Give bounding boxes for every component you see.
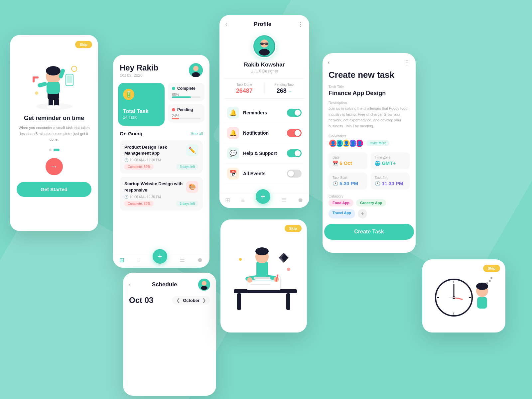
svg-point-60 [489,280,491,282]
svg-rect-23 [260,43,264,45]
pending-card[interactable]: Pending 24% [168,104,204,123]
ongoing-title: On Going [120,131,142,136]
profile-nav-list[interactable]: ≡ [241,197,245,204]
dashboard-bottom-nav: ⊞ ≡ + ☰ ⏺ [113,253,209,268]
profile-avatar-svg [254,36,274,56]
total-task-count: 24 Task [123,115,160,120]
date-time-grid: Date 📅 6 Oct Time Zone 🌐 GMT+ Task Start… [329,152,410,190]
category-grocery-app[interactable]: Grocery App [356,199,386,206]
timezone-box[interactable]: Time Zone 🌐 GMT+ [371,152,410,169]
help-icon: 💬 [227,147,239,159]
create-task-button[interactable]: Create Task [324,224,414,240]
date-box-value: 📅 6 Oct [332,160,363,166]
task-item-0-badges: Complete: 80% 3 days left [124,164,198,170]
settings-events: 📅 All Events [224,164,304,184]
profile-role: UI/UX Designer [250,69,278,73]
clock-skip-button[interactable]: Skip [483,265,500,272]
date-box[interactable]: Date 📅 6 Oct [329,152,367,169]
schedule-date-row: Oct 03 ❮ October ❯ [123,294,216,308]
clock-figure-svg [431,269,497,323]
task-0-complete-badge: Complete: 80% [124,164,154,170]
date-box-label: Date [332,156,363,159]
profile-header: ‹ Profile ⋮ [219,15,309,31]
task-done-value: 26487 [224,87,264,94]
help-toggle-knob [295,150,301,156]
schedule-avatar-svg [198,279,210,291]
task-start-box[interactable]: Task Start 🕐 5.30 PM [329,173,367,190]
complete-card-top: Complete [172,86,200,91]
user-avatar[interactable] [189,63,203,77]
task-0-days-badge: 3 days left [176,164,198,170]
task-1-days-badge: 2 days left [176,201,198,206]
category-label: Catagory [329,194,410,198]
svg-point-40 [247,277,252,283]
profile-card: ‹ Profile ⋮ Rakib Kowshar UI/UX Designer… [219,15,309,208]
nav-calendar-icon[interactable]: ☰ [180,256,185,264]
profile-nav-dot[interactable]: ⏺ [298,197,304,204]
description-text: Join us in solving the challenges that F… [329,106,410,129]
svg-point-46 [239,258,242,261]
invite-more-button[interactable]: Invite More [366,140,389,146]
fab-add-button[interactable]: + [153,249,167,264]
svg-rect-24 [265,43,268,45]
schedule-back-button[interactable]: ‹ [129,282,131,288]
task-item-1[interactable]: Startup Website Design with responsive 🎨… [120,177,203,210]
next-month-button[interactable]: ❯ [202,298,206,303]
complete-card[interactable]: Complete 66% [168,83,204,101]
svg-rect-43 [254,277,270,279]
onboard-text-section: Get reminder on time When you encounter … [10,111,98,143]
ongoing-section: On Going See all Product Design Task Man… [113,126,209,210]
illus-skip-button[interactable]: Skip [285,225,302,232]
avatar-svg [189,63,203,77]
see-all-link[interactable]: See all [191,131,203,136]
category-food-app[interactable]: Food App [329,199,353,206]
profile-more-button[interactable]: ⋮ [298,21,303,28]
profile-avatar-section: Rakib Kowshar UI/UX Designer [219,31,309,78]
events-toggle[interactable] [287,170,302,178]
pending-pct: 24% [172,114,200,118]
schedule-card: ‹ Schedule Oct 03 ❮ October ❯ [123,273,216,396]
reminders-toggle[interactable] [287,109,302,117]
profile-fab-button[interactable]: + [256,189,270,204]
greeting-text: Hey Rakib [120,63,158,72]
dot-2-active [54,149,60,151]
get-started-button[interactable]: Get Started [17,182,91,197]
settings-help: 💬 Help & Support [224,143,304,164]
category-add-button[interactable]: + [358,209,367,218]
svg-point-16 [35,91,38,95]
svg-point-37 [255,247,269,255]
ongoing-header: On Going See all [120,131,203,136]
reminders-label: Reminders [243,110,287,115]
create-more-button[interactable]: ⋮ [404,59,410,66]
category-row: Food App Grocery App Travel App + [329,199,410,218]
clock-card: Skip [422,259,505,332]
profile-nav-home[interactable]: ⊞ [225,197,230,204]
profile-nav-calendar[interactable]: ☰ [281,197,287,204]
profile-title: Profile [227,21,298,28]
svg-rect-4 [47,82,60,94]
onboarding-card: Skip [10,35,98,231]
prev-month-button[interactable]: ❮ [176,298,180,303]
category-travel-app[interactable]: Travel App [329,209,355,218]
coworker-1: 👤 [329,139,337,148]
svg-rect-5 [37,81,47,88]
events-icon: 📅 [227,168,239,180]
create-back-button[interactable]: ‹ [328,60,330,66]
task-done-stat: Task Done 26487 [224,83,264,94]
notification-toggle[interactable] [287,129,302,137]
task-end-box[interactable]: Task End 🕐 11.30 PM [371,173,410,190]
svg-rect-31 [286,293,290,310]
nav-list-icon[interactable]: ≡ [137,257,140,264]
task-item-0-icon: ✏️ [186,144,198,156]
next-arrow-button[interactable]: → [46,158,63,175]
nav-dot-icon[interactable]: ⏺ [197,257,203,264]
svg-point-61 [490,277,492,279]
task-item-0-header: Product Design Task Management app ✏️ [124,144,198,156]
skip-button[interactable]: Skip [75,41,92,48]
svg-point-22 [259,49,270,56]
nav-home-icon[interactable]: ⊞ [119,256,124,264]
total-task-card[interactable]: 🔋 Total Task 24 Task [118,83,165,126]
help-toggle[interactable] [287,149,302,157]
task-item-0[interactable]: Product Design Task Management app ✏️ 🕙 … [120,140,203,174]
complete-pct: 66% [172,92,200,96]
